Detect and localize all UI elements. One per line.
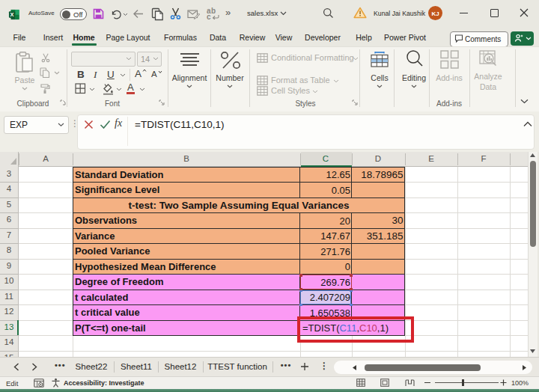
svg-text:X: X [10, 11, 14, 18]
